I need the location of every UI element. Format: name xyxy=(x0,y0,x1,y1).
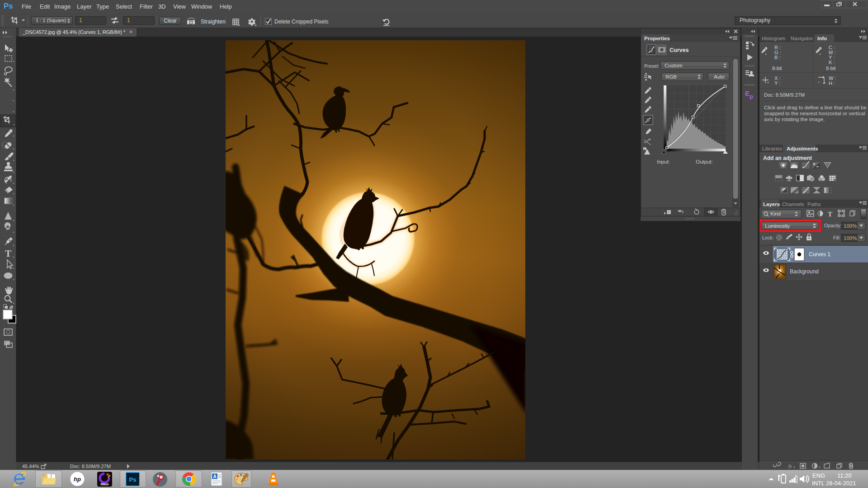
svg-text:Lock:: Lock: xyxy=(762,235,774,240)
svg-text:Input:: Input: xyxy=(657,159,670,164)
svg-text:8-bit: 8-bit xyxy=(772,66,782,71)
svg-text:Info: Info xyxy=(817,36,827,41)
svg-text:Paths: Paths xyxy=(807,202,821,207)
svg-text:A: A xyxy=(213,474,216,479)
svg-text:p: p xyxy=(750,93,753,100)
svg-text:E: E xyxy=(745,89,750,97)
svg-text:snapped to the nearest horizon: snapped to the nearest horizontal or ver… xyxy=(764,111,865,116)
svg-text:Add an adjustment: Add an adjustment xyxy=(763,155,812,161)
svg-text:T: T xyxy=(5,248,11,259)
svg-text:hp: hp xyxy=(74,476,81,483)
svg-text:RGB: RGB xyxy=(665,74,677,80)
svg-text:Channels: Channels xyxy=(782,202,804,207)
svg-text:Opacity:: Opacity: xyxy=(824,223,842,228)
svg-text:Nikon: Nikon xyxy=(100,483,108,486)
svg-text:Histogram: Histogram xyxy=(762,36,785,41)
svg-text:Kind: Kind xyxy=(770,211,781,216)
svg-text:Custom: Custom xyxy=(665,63,683,68)
svg-text:Ps: Ps xyxy=(129,476,137,483)
svg-text:Curves: Curves xyxy=(670,47,689,53)
svg-text:Y :: Y : xyxy=(774,80,780,86)
svg-text:Auto: Auto xyxy=(714,74,725,80)
svg-text:Layers: Layers xyxy=(763,202,780,207)
svg-text:Fill:: Fill: xyxy=(833,235,840,240)
svg-text:Navigator: Navigator xyxy=(791,36,813,41)
svg-text:axis by rotating the image.: axis by rotating the image. xyxy=(764,117,825,122)
svg-text:Curves 1: Curves 1 xyxy=(809,251,830,258)
svg-text:Libraries: Libraries xyxy=(762,146,782,151)
svg-text:100%: 100% xyxy=(844,235,857,241)
svg-text:Luminosity: Luminosity xyxy=(765,223,790,229)
svg-text:H :: H : xyxy=(829,80,835,86)
svg-text:Output:: Output: xyxy=(696,159,713,164)
svg-text:Background: Background xyxy=(790,268,819,275)
svg-text:Properties: Properties xyxy=(644,36,670,41)
svg-text:T: T xyxy=(828,211,832,218)
svg-text:fx: fx xyxy=(788,463,792,469)
svg-text:K :: K : xyxy=(829,60,835,65)
svg-text:B :: B : xyxy=(774,55,780,60)
svg-text:8-bit: 8-bit xyxy=(826,66,835,71)
svg-text:Adjustments: Adjustments xyxy=(787,146,818,151)
svg-text:Doc: 8.50M/9.27M: Doc: 8.50M/9.27M xyxy=(764,92,805,98)
svg-text:100%: 100% xyxy=(844,223,857,229)
svg-text:Click and drag to define a lin: Click and drag to define a line that sho… xyxy=(764,105,867,110)
svg-text:Preset:: Preset: xyxy=(644,63,659,69)
